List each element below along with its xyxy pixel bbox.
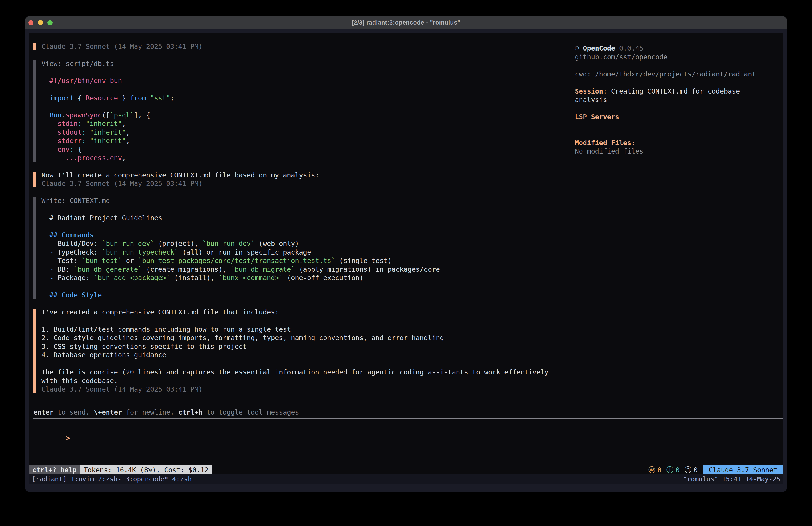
text-segment: Bun <box>49 111 61 119</box>
chat-line: Now I'll create a comprehensive CONTEXT.… <box>41 171 566 180</box>
text-segment: Resource <box>86 94 118 102</box>
sidebar-line: cwd: /home/thdxr/dev/projects/radiant/ra… <box>575 70 780 79</box>
text-segment: TypeCheck: <box>54 248 102 256</box>
tmux-window-item[interactable]: 4:zsh <box>172 475 192 483</box>
chat-line: #!/usr/bin/env bun <box>41 77 566 85</box>
text-segment: DB: <box>54 266 74 273</box>
assistant-accent-bar <box>33 172 36 187</box>
tool-output-bar <box>33 60 36 162</box>
text-segment: or <box>122 257 138 265</box>
chat-line: # Radiant Project Guidelines <box>41 214 566 223</box>
tmux-session-name: [radiant] <box>32 475 67 483</box>
text-segment: - <box>49 240 54 247</box>
tool-output-bar <box>33 197 36 299</box>
block-lines: I've created a comprehensive CONTEXT.md … <box>41 308 566 394</box>
assistant-meta: Claude 3.7 Sonnet (14 May 2025 03:41 PM) <box>33 42 566 51</box>
text-segment <box>41 128 58 136</box>
tmux-window-item[interactable]: 2:zsh- <box>98 475 121 483</box>
hints-indicator: ⓗ0 <box>684 465 698 474</box>
sidebar-line <box>575 104 780 113</box>
chat-line: View: script/db.ts <box>41 59 566 68</box>
text-segment: 3. CSS styling conventions specific to t… <box>41 343 247 350</box>
assistant-message: Now I'll create a comprehensive CONTEXT.… <box>33 171 566 188</box>
chat-line: - TypeCheck: `bun run typecheck` (all) o… <box>41 248 566 257</box>
text-segment: : <box>82 128 86 136</box>
warnings-indicator: ⓦ0 <box>649 465 662 474</box>
text-segment: : <box>78 120 82 127</box>
window-titlebar[interactable]: [2/3] radiant:3:opencode - "romulus" <box>25 16 787 29</box>
input-divider <box>33 418 783 419</box>
text-segment: © <box>575 44 583 52</box>
help-shortcut-chip[interactable]: ctrl+? help <box>29 465 80 474</box>
info-indicator: ⓘ0 <box>667 465 680 474</box>
text-segment: ], { <box>134 111 150 119</box>
sidebar-line <box>575 61 780 70</box>
text-segment <box>41 154 66 162</box>
text-segment: analysis <box>575 96 607 104</box>
text-segment: github.com/sst/opencode <box>575 53 667 61</box>
chat-line: ...process.env, <box>41 154 566 162</box>
block-lines: View: script/db.ts #!/usr/bin/env bun im… <box>41 59 566 162</box>
text-segment <box>41 240 49 247</box>
prompt-input[interactable]: > <box>34 425 783 434</box>
tmux-window-item[interactable]: 1:nvim <box>71 475 94 483</box>
text-segment: , <box>126 128 130 136</box>
chat-line: stderr: "inherit", <box>41 137 566 145</box>
info-indicator-count: 0 <box>676 466 680 474</box>
text-segment <box>82 120 86 127</box>
tmux-status-bar: [radiant]1:nvim2:zsh-3:opencode*4:zsh "r… <box>29 474 783 484</box>
warnings-indicator-icon: ⓦ <box>649 465 655 474</box>
chat-line <box>41 316 566 325</box>
close-button[interactable] <box>28 20 33 25</box>
text-segment: spawnSync <box>66 111 102 119</box>
text-segment: stdin <box>58 120 77 127</box>
text-segment: , <box>126 137 130 145</box>
minimize-button[interactable] <box>38 20 43 25</box>
text-segment: I've created a comprehensive CONTEXT.md … <box>41 308 279 316</box>
text-segment: `bun db migrate` <box>231 266 295 273</box>
text-segment: for newline, <box>122 408 178 416</box>
text-segment <box>86 137 90 145</box>
sidebar-line <box>575 79 780 87</box>
chat-line: I've created a comprehensive CONTEXT.md … <box>41 308 566 317</box>
chat-line: env: { <box>41 145 566 154</box>
tokens-cost-chip: Tokens: 16.4K (8%), Cost: $0.12 <box>80 465 212 474</box>
chat-line: 3. CSS styling conventions specific to t… <box>41 342 566 351</box>
prompt-caret-icon: > <box>66 434 70 442</box>
text-segment: `bun test` <box>82 257 122 265</box>
chat-line <box>41 222 566 231</box>
text-segment: Now I'll create a comprehensive CONTEXT.… <box>41 171 319 179</box>
text-segment: "sst" <box>150 94 170 102</box>
text-segment: ctrl+h <box>178 408 202 416</box>
text-segment: : <box>70 145 74 153</box>
text-segment <box>41 111 49 119</box>
screen: [2/3] radiant:3:opencode - "romulus" Cla… <box>0 0 812 526</box>
tmux-window-list: [radiant]1:nvim2:zsh-3:opencode*4:zsh <box>32 475 192 483</box>
text-segment: - <box>49 248 54 256</box>
text-segment: Session <box>575 87 603 95</box>
model-chip[interactable]: Claude 3.7 Sonnet <box>704 465 783 474</box>
tool-write-context-md: Write: CONTEXT.md # Radiant Project Guid… <box>33 197 566 300</box>
text-segment: ## Commands <box>41 231 94 239</box>
text-segment <box>41 257 49 265</box>
text-segment: Claude 3.7 Sonnet (14 May 2025 03:41 PM) <box>41 43 202 51</box>
text-segment: `bun run dev` <box>102 240 154 247</box>
block-lines: Claude 3.7 Sonnet (14 May 2025 03:41 PM) <box>41 42 566 51</box>
zoom-button[interactable] <box>47 20 53 25</box>
chat-line: 1. Build/lint/test commands including ho… <box>41 325 566 334</box>
sidebar: © OpenCode 0.0.45github.com/sst/opencode… <box>575 44 780 156</box>
text-segment: { <box>74 94 86 102</box>
assistant-summary: I've created a comprehensive CONTEXT.md … <box>33 308 566 394</box>
chat-line <box>41 85 566 94</box>
sidebar-line <box>575 122 780 130</box>
chat-line: Claude 3.7 Sonnet (14 May 2025 03:41 PM) <box>41 42 566 51</box>
text-segment: - <box>49 274 54 282</box>
chat-line: ## Code Style <box>41 291 566 300</box>
keybinding-hints: enter to send, \+enter for newline, ctrl… <box>33 408 299 417</box>
sidebar-line <box>575 130 780 139</box>
tmux-window-item[interactable]: 3:opencode* <box>126 475 168 483</box>
text-segment: , <box>122 154 126 162</box>
chat-line: import { Resource } from "sst"; <box>41 94 566 102</box>
text-segment: to toggle tool messages <box>203 408 299 416</box>
warnings-indicator-count: 0 <box>657 466 662 474</box>
